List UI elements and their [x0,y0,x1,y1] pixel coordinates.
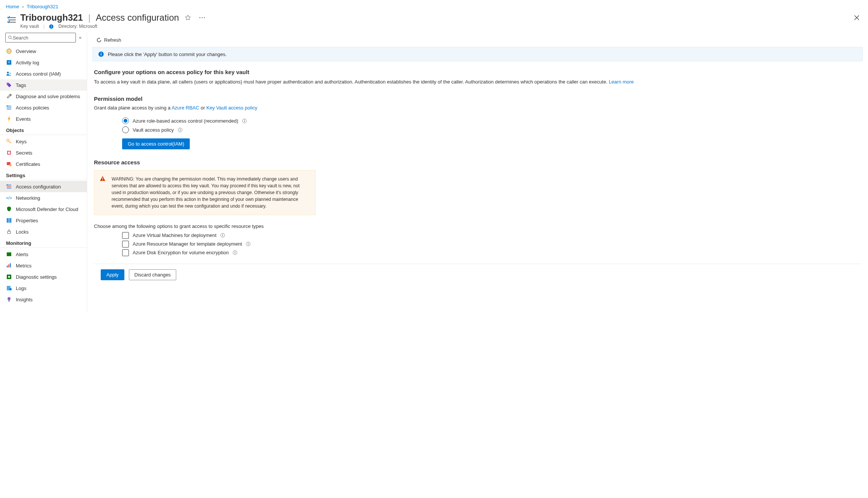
sidebar-item-label: Metrics [16,263,32,269]
close-button[interactable] [851,12,862,23]
sidebar-item-diagnose[interactable]: Diagnose and solve problems [0,91,87,102]
sidebar-item-label: Networking [16,195,40,201]
svg-rect-40 [7,252,11,256]
sidebar-item-metrics[interactable]: Metrics [0,260,87,271]
log-icon [6,59,12,65]
radio-row-rbac: Azure role-based access control (recomme… [122,117,861,124]
sidebar-item-access-policies[interactable]: Access policies [0,102,87,113]
checkbox-disk-enc[interactable] [122,249,129,256]
tag-icon [6,82,12,88]
sidebar-item-activity-log[interactable]: Activity log [0,57,87,68]
breadcrumb-resource[interactable]: Triborough321 [27,4,58,9]
info-icon[interactable] [242,118,247,123]
svg-rect-29 [8,152,10,154]
rbac-link[interactable]: Azure RBAC [172,105,200,111]
sidebar-item-networking[interactable]: </> Networking [0,192,87,203]
svg-point-69 [235,251,235,252]
info-icon[interactable] [233,250,237,255]
info-icon[interactable] [178,128,183,132]
sidebar-item-label: Access policies [16,105,49,111]
close-icon [854,15,859,20]
sidebar-item-locks[interactable]: Locks [0,226,87,237]
radio-row-vault-policy: Vault access policy [122,126,861,133]
sidebar-item-diagnostic-settings[interactable]: Diagnostic settings [0,271,87,282]
breadcrumb-home[interactable]: Home [6,4,19,9]
warning-text: WARNING: You are changing the permission… [112,176,299,209]
sidebar-item-properties[interactable]: Properties [0,215,87,226]
svg-point-3 [200,17,201,18]
sidebar-item-keys[interactable]: Keys [0,136,87,147]
svg-rect-54 [244,120,245,122]
sidebar-item-logs[interactable]: Logs [0,282,87,294]
checkbox-vm[interactable] [122,232,129,239]
svg-rect-7 [51,26,51,27]
config-title: Configure your options on access policy … [94,69,861,75]
info-banner: Please click the 'Apply' button to commi… [92,47,863,61]
sidebar-item-events[interactable]: Events [0,113,87,124]
apply-button[interactable]: Apply [101,269,124,280]
refresh-button[interactable]: Refresh [94,36,124,44]
svg-point-58 [180,129,180,129]
svg-rect-51 [101,54,101,56]
checkbox-arm-label: Azure Resource Manager for template depl… [133,241,242,247]
sidebar-item-label: Activity log [16,60,39,65]
sidebar-item-overview[interactable]: Overview [0,46,87,57]
sidebar-item-label: Overview [16,49,36,54]
info-icon[interactable] [220,233,225,238]
sidebar-item-alerts[interactable]: Alerts [0,249,87,260]
sidebar-search[interactable] [5,33,76,43]
resource-icon [6,14,18,26]
access-policy-link[interactable]: Key Vault access policy [206,105,257,111]
radio-vault-policy[interactable] [122,126,129,133]
checkbox-arm[interactable] [122,241,129,247]
svg-point-31 [9,164,12,166]
svg-rect-49 [9,300,10,302]
svg-point-48 [8,297,11,300]
resource-access-heading: Resource access [94,159,861,165]
ellipsis-icon [199,17,205,18]
refresh-icon [96,37,102,43]
svg-rect-38 [10,218,11,223]
search-icon [8,35,13,40]
svg-point-19 [7,72,9,74]
svg-rect-41 [7,266,8,267]
svg-point-20 [9,73,11,74]
wrench-icon [6,93,12,99]
sidebar-search-input[interactable] [13,35,73,41]
favorite-button[interactable] [183,12,193,23]
sidebar-item-label: Diagnostic settings [16,274,57,280]
svg-point-52 [101,53,101,53]
warning-icon [100,176,106,184]
sidebar-item-access-configuration[interactable]: Access configuration [0,181,87,192]
learn-more-link[interactable]: Learn more [609,79,634,85]
info-icon [49,24,54,29]
permission-heading: Permission model [94,96,861,102]
sidebar-item-label: Microsoft Defender for Cloud [16,206,78,212]
discard-button[interactable]: Discard changes [129,269,177,280]
info-icon[interactable] [246,241,251,246]
secret-icon [6,150,12,156]
sidebar-group-settings: Settings [0,170,87,180]
sidebar-item-label: Diagnose and solve problems [16,94,80,99]
sidebar-item-insights[interactable]: Insights [0,294,87,305]
sidebar-item-secrets[interactable]: Secrets [0,147,87,158]
radio-rbac[interactable] [122,117,129,124]
warning-box: WARNING: You are changing the permission… [94,170,316,215]
svg-rect-16 [7,60,11,65]
svg-rect-43 [10,263,11,267]
cert-icon [6,161,12,167]
svg-rect-59 [102,178,103,179]
svg-rect-62 [222,235,223,236]
collapse-sidebar-button[interactable]: « [79,35,82,40]
breadcrumb: Home › Triborough321 [0,0,868,12]
more-button[interactable] [197,12,207,23]
svg-rect-37 [9,218,10,223]
page-header: Triborough321 | Access configuration Key… [0,12,868,33]
sidebar-item-defender[interactable]: Microsoft Defender for Cloud [0,203,87,215]
sidebar-item-iam[interactable]: Access control (IAM) [0,68,87,79]
sidebar-item-certificates[interactable]: Certificates [0,158,87,170]
go-to-iam-button[interactable]: Go to access control(IAM) [122,138,190,149]
shield-icon [6,206,12,212]
svg-point-47 [9,288,12,290]
sidebar-item-tags[interactable]: Tags [0,79,87,91]
